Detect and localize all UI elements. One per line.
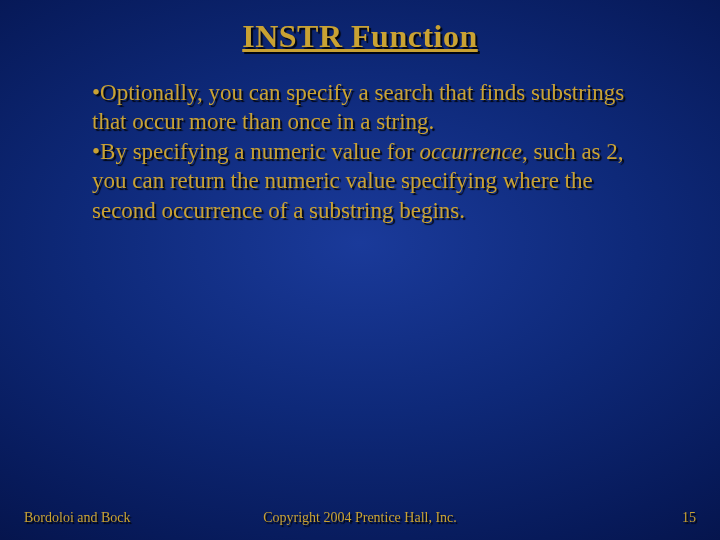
slide: INSTR Function •Optionally, you can spec…: [0, 0, 720, 540]
slide-title: INSTR Function: [0, 18, 720, 55]
slide-body: •Optionally, you can specify a search th…: [92, 78, 660, 225]
bullet-item: •Optionally, you can specify a search th…: [92, 78, 660, 137]
bullet-item: •By specifying a numeric value for occur…: [92, 137, 660, 225]
bullet-italic: occurrence: [419, 139, 522, 164]
bullet-icon: •: [92, 139, 100, 164]
bullet-text: Optionally, you can specify a search tha…: [92, 80, 624, 134]
footer-copyright: Copyright 2004 Prentice Hall, Inc.: [0, 510, 720, 526]
footer-page-number: 15: [682, 510, 696, 526]
bullet-text-before: By specifying a numeric value for: [100, 139, 419, 164]
slide-footer: Bordoloi and Bock Copyright 2004 Prentic…: [0, 506, 720, 526]
bullet-icon: •: [92, 80, 100, 105]
